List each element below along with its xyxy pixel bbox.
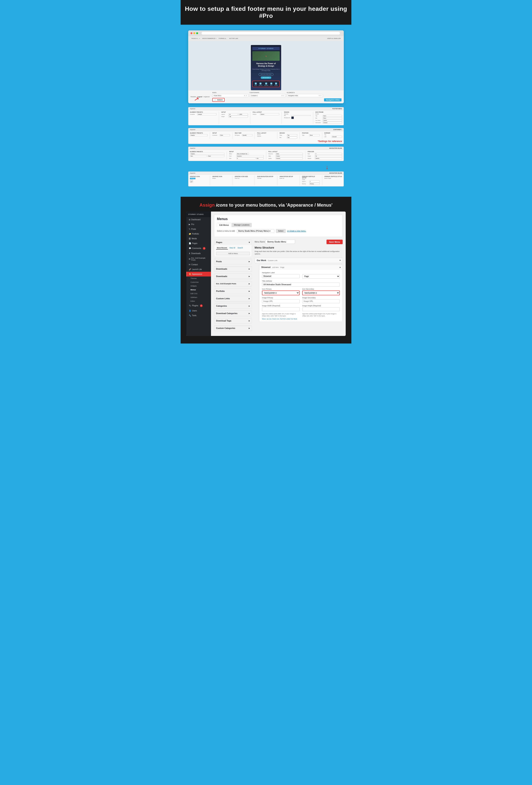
tab-edit-menus[interactable]: Edit Menus [217,223,231,227]
sidebar-item-ess-grid[interactable]: ⊞ Ess. Grid Example Posts [186,256,211,262]
btn-get-touch[interactable]: GET IN TOUCH [261,77,271,79]
sp1-input4[interactable]: Tall [229,116,248,118]
left-panel-portfolio-header[interactable]: Portfolio ▸ [214,288,252,294]
add-to-menu-btn[interactable]: Add to Menu [216,252,250,255]
sp2-input2[interactable]: None [219,134,230,136]
sp3-input6[interactable]: Inline [276,153,303,155]
image-width-input[interactable] [262,307,299,311]
icon-primary-select[interactable]: hand-pointer-o [262,290,299,295]
create-menu-link[interactable]: or create a new menu. [287,230,306,232]
sp3-input11[interactable]: Stretch [315,157,342,159]
sp3-input5[interactable]: 0 [236,157,256,159]
sp2-input6[interactable]: None [309,134,320,136]
sp3-input10[interactable]: 5a [315,155,342,157]
nav-inspector[interactable]: Inspector [204,96,210,98]
sp2-input1[interactable]: Integrity [190,134,208,136]
left-panel-download-categories-header[interactable]: Download Categories ▸ [214,311,252,316]
title-attr-input[interactable] [262,283,340,286]
sidebar-item-comments[interactable]: 💬 Comments 6 [186,246,211,251]
sp2-input7[interactable]: 3round1 [331,136,342,138]
sp1-input3[interactable]: 100% [239,113,248,115]
sidebar-item-posts[interactable]: ✎ Posts [186,227,211,231]
sidebar-subitem-widgets[interactable]: Widgets [186,284,211,288]
sp3-input9[interactable]: 4 [315,153,342,155]
sidebar-item-appearance[interactable]: 🎨 Appearance [186,272,211,277]
menu-name-input[interactable] [265,239,295,244]
left-panel-custom-links-header[interactable]: Custom Links ▸ [214,296,252,301]
sp3-select2[interactable]: Em [256,157,264,159]
sp4-input2[interactable]: Primary [309,183,320,185]
tab-5[interactable]: 450PX & SMALLER [327,37,341,39]
sp4-input1[interactable]: 1 [309,181,320,182]
sp2-input3[interactable]: Equally [242,134,252,136]
sp3-select1[interactable]: Menu St Mobile Site... [236,153,249,155]
sidebar-subitem-customise[interactable]: Customise [186,280,211,284]
left-panel-downloads-header[interactable]: Downloads ▸ [214,267,252,272]
btn-view-reel[interactable]: VIEW OUR LATEST REEL [259,73,273,76]
sp1-input6[interactable] [291,115,311,116]
left-panel-custom-categories-header[interactable]: Custom Categories ▸ [214,326,252,331]
elements-input[interactable]: Navigation Inline ⊕ ⊖ [287,94,323,97]
sp3-input2[interactable]: Item [190,155,207,157]
tab-1[interactable]: TASKS A... × [191,37,200,39]
icon-secondary-select[interactable]: hand-pointer-o [302,290,340,295]
tab-3[interactable]: FORMS &... [219,37,227,39]
tab-search[interactable]: Search [237,247,244,250]
sp1-input8[interactable]: None [323,117,342,119]
tab-4[interactable]: ACTIVE LAN [229,37,238,39]
sidebar-subitem-sidebars[interactable]: Sidebars [186,296,211,299]
sp1-input5[interactable]: Stretch [260,113,279,115]
left-panel-download-tags-header[interactable]: Download Tags ▸ [214,318,252,323]
sp2-input4[interactable]: Top [287,134,297,136]
nav-label-input[interactable] [262,274,299,278]
left-panel-downloads2-header[interactable]: Downloads ▸ [214,274,252,279]
sp1-input10[interactable]: Contact [323,122,342,124]
bars-input[interactable]: Footer Menu ⊕ ⊖ [212,94,248,97]
sidebar-item-dashboard[interactable]: ⊞ Dashboard [186,217,211,222]
bottom-tag[interactable]: Bottom [212,98,224,102]
sidebar-item-tools[interactable]: 🔧 Tools [186,313,211,318]
page-type-select[interactable]: Page [302,274,340,279]
image-primary-input[interactable] [262,299,299,303]
sidebar-item-plugins[interactable]: 🔌 Plugins 8 [186,303,211,308]
sp1-input2[interactable]: 1b [229,113,238,115]
sidebar-item-pages[interactable]: 📄 Pages [186,241,211,246]
left-panel-posts-header[interactable]: Posts ▸ [214,259,252,264]
sidebar-subitem-editor[interactable]: Editor [186,299,211,303]
sidebar-item-portfolio[interactable]: 📁 Portfolio [186,231,211,236]
sidebar-item-users[interactable]: 👤 Users [186,308,211,313]
address-bar[interactable] [202,32,340,34]
sidebar-item-contact[interactable]: ✉ Contact [186,262,211,267]
select-btn[interactable]: Select [276,229,286,233]
menu-item-our-work-header[interactable]: Our Work Custom Link ▾ [255,258,343,263]
tab-manage-locations[interactable]: Manage Locations [232,223,252,227]
left-panel-ess-grid-header[interactable]: Ess. Grid Example Posts ▸ [214,281,252,286]
tab-2[interactable]: WOOCOMMERCE × [202,37,216,39]
containers-input[interactable]: Container 1 ⊕ ⊖ [250,94,286,97]
menu-item-showreel-header[interactable]: Showreel sub item Page ▴ [259,265,343,270]
image-height-input[interactable] [302,307,340,311]
sidebar-item-downloads[interactable]: ⬇ Downloads [186,251,211,256]
sp1-color[interactable] [291,117,294,119]
sidebar-item-launch-lite[interactable]: 🚀 Launch Lite [186,267,211,272]
image-secondary-input[interactable] [302,299,340,303]
select-menu-dropdown[interactable]: Stormy Studio Menu (Primary Menu) ▾ [237,229,274,233]
sp1-input1[interactable]: Integrity [197,113,216,115]
sidebar-item-pro[interactable]: ▶ Pro [186,222,211,227]
sp3-input4[interactable]: Quantico [236,155,264,157]
sp3-input3[interactable]: Stem [207,155,224,157]
left-panel-pages-header[interactable]: Pages ▾ [214,240,252,245]
sidebar-subitem-edit-css[interactable]: Edit CSS [186,292,211,296]
left-panel-categories-header[interactable]: Categories ▸ [214,303,252,309]
sp2-input5[interactable]: Top [287,136,297,138]
sp3-input1[interactable]: Integrity [190,153,224,155]
save-menu-btn[interactable]: Save Menu [326,239,343,244]
sidebar-subitem-themes[interactable]: Themes [186,277,211,280]
sidebar-item-media[interactable]: 🖼 Media [186,236,211,241]
sidebar-subitem-menus[interactable]: Menus [186,288,211,292]
sp1-input7[interactable]: None [323,115,342,117]
tab-view-all[interactable]: View All [229,247,236,250]
sp3-input8[interactable]: Around [276,157,303,159]
tab-most-recent[interactable]: Most Recent [216,247,228,250]
sp1-input9[interactable]: Centre [323,120,342,121]
